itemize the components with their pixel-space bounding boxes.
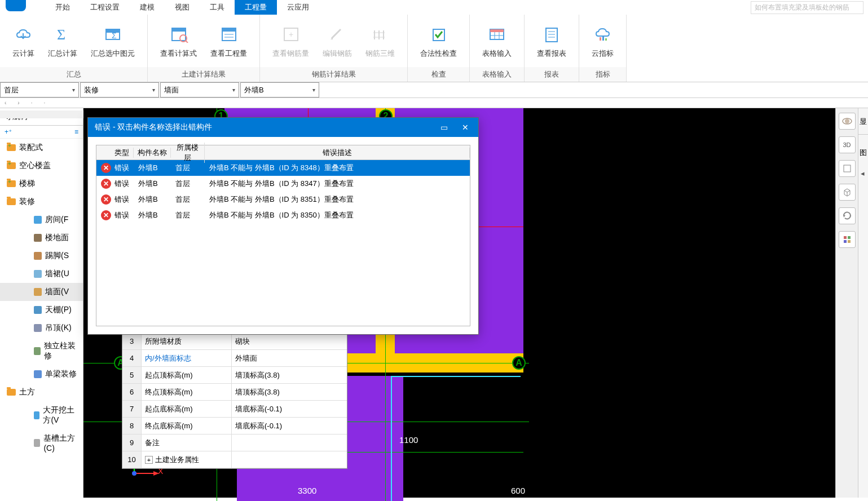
prop-value[interactable]: 墙顶标高(3.8) [232, 370, 347, 380]
menu-tab-5[interactable]: 工程量 [235, 0, 277, 15]
nav-item-房间(F[interactable]: 房间(F [0, 211, 83, 229]
view-rotate-button[interactable] [839, 207, 856, 224]
property-row[interactable]: 5起点顶标高(m)墙顶标高(3.8) [122, 367, 347, 384]
tab-image[interactable]: 图 [858, 145, 868, 161]
tab-display[interactable]: 显 [858, 114, 868, 130]
ribbon-查看工程量[interactable]: 查看工程量 [204, 21, 254, 61]
ribbon-表格输入[interactable]: 表格输入 [475, 21, 518, 61]
view-iso-button[interactable] [839, 184, 856, 201]
prop-value[interactable]: 墙顶标高(3.8) [232, 387, 347, 397]
dialog-minimize-button[interactable]: ▭ [433, 119, 455, 136]
svg-rect-31 [605, 38, 607, 41]
dialog-titlebar[interactable]: 错误 - 双击构件名称选择出错构件 ▭ ✕ [88, 118, 478, 137]
dialog-close-button[interactable]: ✕ [455, 119, 476, 136]
nav-item-单梁装修[interactable]: 单梁装修 [0, 365, 83, 383]
nav-menu-button[interactable]: ≡ [74, 128, 78, 136]
filter-select[interactable]: 首层▾ [0, 82, 79, 97]
nav-item-装配式[interactable]: 装配式 [0, 139, 83, 157]
ribbon-查看钢筋量: +查看钢筋量 [266, 21, 316, 61]
nav-item-装修[interactable]: 装修 [0, 193, 83, 211]
svg-text:+: + [289, 30, 293, 39]
svg-rect-41 [844, 236, 847, 239]
property-row[interactable]: 8终点底标高(m)墙底标高(-0.1) [122, 418, 347, 435]
nav-item-天棚(P)[interactable]: 天棚(P) [0, 301, 83, 319]
far-right-tabs: 显 图 ◂ [858, 108, 868, 498]
ribbon-group-label: 土建计算结果 [148, 67, 259, 82]
ribbon-label: 合法性检查 [420, 48, 457, 59]
ribbon-云指标[interactable]: 云指标 [585, 21, 620, 61]
menu-tab-0[interactable]: 开始 [45, 0, 80, 15]
ribbon-icon [428, 24, 450, 45]
property-row[interactable]: 4内/外墙面标志外墙面 [122, 350, 347, 367]
error-row[interactable]: ✕错误外墙B首层外墙B 不能与 外墙B（ID 为 8350）重叠布置 [96, 207, 470, 223]
ribbon-合法性检查[interactable]: 合法性检查 [413, 21, 464, 61]
view-3d-button[interactable]: 3D [839, 136, 856, 153]
nav-item-吊顶(K)[interactable]: 吊顶(K) [0, 319, 83, 337]
ribbon-查看计算式[interactable]: 查看计算式 [153, 21, 204, 61]
view-orbit-button[interactable] [839, 113, 856, 130]
view-cube-button[interactable] [839, 160, 856, 177]
nav-add-button[interactable]: +⁺ [5, 128, 12, 136]
view-layers-button[interactable] [839, 231, 856, 248]
nav-item-墙面(V[interactable]: 墙面(V [0, 283, 83, 301]
prop-value[interactable]: 外墙面 [232, 353, 347, 363]
prop-name: +土建业务属性 [142, 451, 232, 468]
ribbon-label: 表格输入 [482, 48, 512, 59]
menu-tab-2[interactable]: 建模 [130, 0, 165, 15]
error-row[interactable]: ✕错误外墙B首层外墙B 不能与 外墙B（ID 为 8347）重叠布置 [96, 176, 470, 192]
chevron-down-icon: ▾ [72, 87, 75, 93]
dialog-title: 错误 - 双击构件名称选择出错构件 [95, 122, 212, 132]
menu-tab-1[interactable]: 工程设置 [80, 0, 130, 15]
menu-tab-6[interactable]: 云应用 [277, 0, 319, 15]
nav-item-楼地面[interactable]: 楼地面 [0, 229, 83, 247]
nav-label: 房间(F [45, 215, 68, 225]
error-icon: ✕ [101, 179, 111, 189]
property-grid: 3所附墙材质砌块4内/外墙面标志外墙面5起点顶标高(m)墙顶标高(3.8)6终点… [122, 332, 347, 469]
ribbon-云计算[interactable]: 云计算 [6, 21, 41, 61]
prop-value[interactable]: 墙底标高(-0.1) [232, 404, 347, 414]
nav-label: 土方 [19, 387, 35, 397]
property-row[interactable]: 6终点顶标高(m)墙顶标高(3.8) [122, 384, 347, 401]
prop-name: 终点顶标高(m) [142, 384, 232, 400]
ribbon-汇总选中图元[interactable]: Σ汇总选中图元 [84, 21, 142, 61]
error-row[interactable]: ✕错误外墙B首层外墙B 不能与 外墙B（ID 为 8351）重叠布置 [96, 192, 470, 207]
property-row[interactable]: 7起点底标高(m)墙底标高(-0.1) [122, 401, 347, 418]
ribbon-汇总计算[interactable]: Σ汇总计算 [41, 21, 84, 61]
expand-icon[interactable]: + [145, 456, 153, 464]
nav-item-墙裙(U[interactable]: 墙裙(U [0, 265, 83, 283]
menu-tab-4[interactable]: 工具 [200, 0, 235, 15]
chevron-down-icon: ▾ [232, 87, 235, 93]
error-row[interactable]: ✕错误外墙B首层外墙B 不能与 外墙B（ID 为 8348）重叠布置 [96, 160, 470, 176]
property-row[interactable]: 9备注 [122, 435, 347, 451]
help-search-input[interactable]: 如何布置填充梁及填板处的钢筋 [751, 1, 863, 14]
svg-point-38 [845, 119, 849, 123]
svg-marker-40 [843, 215, 845, 218]
nav-label: 天棚(P) [45, 305, 72, 315]
nav-item-独立柱装修[interactable]: 独立柱装修 [0, 337, 83, 365]
prop-idx: 5 [122, 367, 142, 383]
property-row[interactable]: 10+土建业务属性 [122, 451, 347, 468]
error-comp: 外墙B [135, 163, 172, 173]
svg-rect-5 [172, 28, 186, 32]
nav-item-空心楼盖[interactable]: 空心楼盖 [0, 157, 83, 175]
property-row[interactable]: 3所附墙材质砌块 [122, 333, 347, 350]
ribbon-icon [168, 24, 190, 45]
nav-item-土方[interactable]: 土方 [0, 383, 83, 401]
prop-value[interactable]: 砌块 [232, 336, 347, 347]
nav-item-楼梯[interactable]: 楼梯 [0, 175, 83, 193]
error-type: 错误 [111, 194, 135, 205]
dim-label: 1100 [399, 435, 418, 445]
svg-rect-44 [848, 240, 851, 243]
ribbon-查看报表[interactable]: 查看报表 [530, 21, 573, 61]
filter-select[interactable]: 墙面▾ [160, 82, 239, 97]
svg-rect-25 [546, 28, 557, 42]
error-comp: 外墙B [135, 194, 172, 205]
folder-icon [7, 180, 16, 187]
filter-select[interactable]: 装修▾ [80, 82, 159, 97]
menu-tab-3[interactable]: 视图 [165, 0, 200, 15]
nav-item-基槽土方(C)[interactable]: 基槽土方(C) [0, 429, 83, 456]
prop-value[interactable]: 墙底标高(-0.1) [232, 421, 347, 431]
nav-item-踢脚(S[interactable]: 踢脚(S [0, 247, 83, 265]
nav-item-大开挖土方(V[interactable]: 大开挖土方(V [0, 401, 83, 429]
filter-select[interactable]: 外墙B▾ [240, 82, 319, 97]
